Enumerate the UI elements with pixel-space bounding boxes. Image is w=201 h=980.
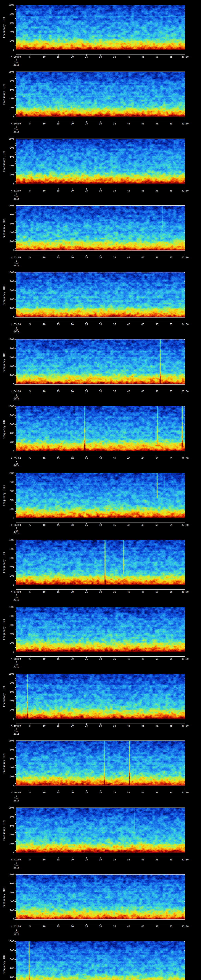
time-tick-label: 55: [170, 925, 172, 928]
y-tick-label: 400: [2, 298, 14, 301]
y-axis-minor-tick: [15, 698, 16, 699]
time-tick-label: 30: [99, 457, 102, 460]
time-tick-label: 15: [57, 524, 59, 527]
time-tick-label: 20: [71, 657, 73, 660]
y-axis-minor-tick: [185, 886, 185, 886]
time-tick-label: 35: [113, 925, 116, 928]
time-tick-label: 25: [85, 390, 88, 393]
y-axis-tick: [184, 424, 185, 425]
spectrogram-canvas: [16, 741, 185, 786]
time-tick-label: 35: [113, 390, 116, 393]
time-tick-label: 45: [141, 189, 144, 192]
time-tick-label: 15: [57, 323, 59, 326]
time-tick-label: 20: [71, 858, 73, 861]
y-tick-label: 0: [2, 784, 14, 787]
time-tick-label: 35: [113, 457, 116, 460]
time-tick-label: 45: [141, 524, 144, 527]
y-axis-minor-tick: [15, 230, 16, 231]
y-axis-minor-tick: [185, 422, 185, 422]
y-axis-minor-tick: [15, 890, 16, 891]
y-axis-minor-tick: [15, 150, 16, 150]
time-tick-label: 45: [141, 256, 144, 259]
freq-axis-title: Frequency (Hz): [3, 619, 5, 640]
spectrogram-canvas: [16, 674, 185, 719]
y-axis-minor-tick: [185, 85, 185, 86]
time-tick-label: 15: [57, 457, 59, 460]
y-tick-label: 0: [2, 918, 14, 921]
y-axis-tick: [184, 634, 185, 634]
y-axis-tick: [184, 205, 185, 206]
y-tick-label: 800: [2, 481, 14, 483]
y-axis-tick: [14, 272, 16, 273]
spectrogram-canvas: [16, 339, 185, 384]
y-axis-minor-tick: [185, 641, 185, 641]
y-axis-tick: [184, 892, 185, 893]
y-axis-minor-tick: [15, 830, 16, 830]
time-tick-label: 5: [29, 724, 30, 727]
y-axis-minor-tick: [185, 946, 185, 946]
time-tick-label: 55: [170, 323, 172, 326]
time-tick-label: 25: [85, 323, 88, 326]
y-axis-tick: [14, 424, 16, 425]
y-tick-label: 600: [2, 356, 14, 359]
y-axis-minor-tick: [15, 417, 16, 418]
end-time-label: 30:00: [182, 56, 189, 58]
time-tick-label: 45: [141, 390, 144, 393]
x-axis-end-tick: [185, 923, 185, 924]
y-axis-tick: [14, 23, 16, 23]
y-axis-minor-tick: [185, 96, 185, 97]
y-axis-minor-tick: [185, 438, 185, 438]
time-tick-label: 25: [85, 256, 88, 259]
y-axis-tick: [184, 585, 185, 585]
time-tick-label: 15: [57, 590, 59, 593]
y-axis-minor-tick: [185, 638, 185, 639]
y-tick-label: 400: [2, 766, 14, 769]
time-tick-label: 25: [85, 122, 88, 125]
y-axis-minor-tick: [185, 161, 185, 162]
y-axis-minor-tick: [15, 636, 16, 636]
y-axis-tick: [14, 205, 16, 206]
time-tick-label: 50: [155, 189, 158, 192]
y-tick-label: 400: [2, 633, 14, 635]
time-tick-label: 50: [155, 56, 158, 58]
y-axis-tick: [14, 549, 16, 549]
time-tick-label: 15: [57, 56, 59, 58]
time-tick-label: 55: [170, 189, 172, 192]
y-axis-minor-tick: [15, 78, 16, 79]
time-tick-label: 20: [71, 122, 73, 125]
y-axis-minor-tick: [15, 689, 16, 690]
y-axis-tick: [14, 32, 16, 32]
y-axis-minor-tick: [185, 504, 185, 505]
spectrogram-panel: Frequency (Hz)02004006008001000510152025…: [0, 134, 201, 201]
y-axis-minor-tick: [15, 694, 16, 694]
y-axis-tick: [14, 348, 16, 349]
time-tick-label: 10: [43, 323, 45, 326]
y-tick-label: 0: [2, 383, 14, 385]
time-tick-label: 5: [29, 256, 30, 259]
y-axis-minor-tick: [15, 752, 16, 752]
y-axis-minor-tick: [185, 38, 185, 39]
time-tick-label: 20: [71, 323, 73, 326]
y-axis-minor-tick: [15, 181, 16, 182]
y-axis-tick: [184, 442, 185, 442]
y-axis-minor-tick: [15, 447, 16, 447]
y-axis-minor-tick: [185, 484, 185, 485]
time-tick-label: 45: [141, 56, 144, 58]
y-tick-label: 1000: [2, 338, 14, 340]
time-tick-label: 10: [43, 56, 45, 58]
spectrogram-canvas: [16, 272, 185, 317]
y-axis-tick: [184, 549, 185, 549]
y-axis-minor-tick: [185, 609, 185, 609]
y-axis-minor-tick: [185, 429, 185, 429]
y-axis-minor-tick: [185, 694, 185, 694]
y-axis-minor-tick: [185, 170, 185, 170]
y-axis-minor-tick: [15, 761, 16, 761]
spectrogram-panel: Frequency (Hz)02004006008001000510152025…: [0, 67, 201, 134]
y-axis-minor-tick: [185, 315, 185, 315]
y-axis-tick: [184, 339, 185, 340]
y-axis-minor-tick: [185, 955, 185, 955]
y-axis-minor-tick: [15, 422, 16, 422]
date-label: 2015: [14, 264, 19, 267]
y-axis-minor-tick: [185, 101, 185, 101]
time-tick-label: 45: [141, 657, 144, 660]
